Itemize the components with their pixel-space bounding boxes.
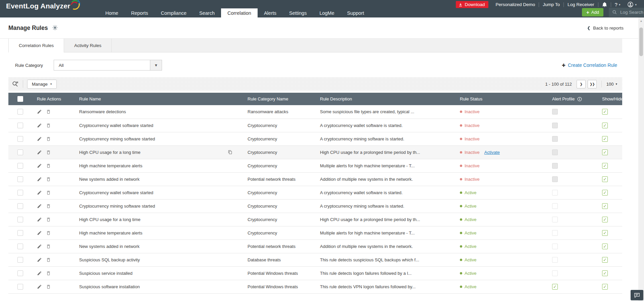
alert-profile-checkbox[interactable] — [552, 176, 558, 182]
edit-rule-icon[interactable] — [37, 230, 42, 235]
scroll-up-arrow[interactable]: ▲ — [638, 19, 644, 23]
row-select-checkbox[interactable] — [17, 257, 23, 263]
nav-item-reports[interactable]: Reports — [125, 8, 155, 17]
edit-rule-icon[interactable] — [37, 257, 42, 262]
edit-rule-icon[interactable] — [37, 244, 42, 249]
back-to-reports-button[interactable]: ❮ Back to reports — [579, 23, 628, 33]
alert-profile-checkbox[interactable] — [552, 257, 558, 263]
delete-rule-icon[interactable] — [46, 123, 51, 128]
show-hide-checkbox[interactable] — [602, 257, 608, 263]
alert-profile-checkbox[interactable] — [552, 163, 558, 169]
tab-correlation-rules[interactable]: Correlation Rules — [8, 39, 64, 52]
nav-item-correlation[interactable]: Correlation — [221, 8, 258, 17]
alert-profile-checkbox[interactable] — [552, 149, 558, 155]
search-rules-icon[interactable] — [12, 81, 19, 88]
edit-rule-icon[interactable] — [37, 163, 42, 168]
show-hide-checkbox[interactable] — [602, 176, 608, 182]
nav-item-search[interactable]: Search — [193, 8, 221, 17]
nav-item-home[interactable]: Home — [99, 8, 125, 17]
delete-rule-icon[interactable] — [46, 271, 51, 276]
log-search-box[interactable] — [609, 8, 644, 17]
edit-rule-icon[interactable] — [37, 271, 42, 276]
alert-profile-checkbox[interactable] — [552, 123, 558, 128]
alert-profile-checkbox[interactable] — [552, 284, 558, 290]
add-button[interactable]: + Add — [582, 8, 603, 16]
row-select-checkbox[interactable] — [17, 123, 23, 128]
edit-rule-icon[interactable] — [37, 123, 42, 128]
row-select-checkbox[interactable] — [17, 190, 23, 196]
info-icon[interactable] — [577, 97, 582, 101]
notifications-bell-icon[interactable] — [598, 2, 611, 7]
help-menu[interactable]: ? ▾ — [611, 2, 624, 7]
alert-profile-checkbox[interactable] — [552, 244, 558, 249]
show-hide-checkbox[interactable] — [602, 217, 608, 222]
show-hide-checkbox[interactable] — [602, 244, 608, 249]
alert-profile-checkbox[interactable] — [552, 270, 558, 276]
nav-item-logme[interactable]: LogMe — [313, 8, 340, 17]
user-account-menu[interactable]: ▾ — [624, 1, 640, 8]
row-select-checkbox[interactable] — [17, 244, 23, 249]
jump-to-link[interactable]: Jump To — [539, 2, 564, 7]
row-select-checkbox[interactable] — [17, 163, 23, 169]
next-page-button[interactable]: ❯ — [577, 80, 586, 88]
alert-profile-checkbox[interactable] — [552, 190, 558, 196]
app-logo[interactable]: EventLog Analyzer — [6, 2, 80, 10]
manage-dropdown-button[interactable]: Manage ▾ — [27, 80, 57, 89]
show-hide-checkbox[interactable] — [602, 136, 608, 142]
feedback-chat-button[interactable] — [631, 290, 643, 300]
alert-profile-checkbox[interactable] — [552, 203, 558, 209]
edit-rule-icon[interactable] — [37, 177, 42, 182]
alert-profile-checkbox[interactable] — [552, 136, 558, 142]
vertical-scrollbar[interactable]: ▲ — [638, 17, 644, 301]
nav-item-alerts[interactable]: Alerts — [258, 8, 283, 17]
show-hide-checkbox[interactable] — [602, 109, 608, 115]
delete-rule-icon[interactable] — [46, 244, 51, 249]
row-select-checkbox[interactable] — [17, 203, 23, 209]
row-select-checkbox[interactable] — [17, 230, 23, 236]
select-all-checkbox[interactable] — [17, 96, 23, 102]
show-hide-checkbox[interactable] — [602, 284, 608, 290]
row-select-checkbox[interactable] — [17, 217, 23, 222]
rule-category-select[interactable]: All ▼ — [54, 60, 162, 71]
show-hide-checkbox[interactable] — [602, 270, 608, 276]
row-select-checkbox[interactable] — [17, 284, 23, 290]
show-hide-checkbox[interactable] — [602, 230, 608, 236]
last-page-button[interactable]: ❯❯ — [588, 80, 597, 88]
download-button[interactable]: Download — [456, 1, 488, 8]
edit-rule-icon[interactable] — [37, 190, 42, 195]
delete-rule-icon[interactable] — [46, 204, 51, 209]
alert-profile-checkbox[interactable] — [552, 230, 558, 236]
edit-rule-icon[interactable] — [37, 109, 42, 114]
delete-rule-icon[interactable] — [46, 136, 51, 141]
personalized-demo-link[interactable]: Personalized Demo — [492, 2, 539, 7]
page-size-select[interactable]: 100 ▾ — [606, 82, 617, 87]
scrollbar-thumb[interactable] — [639, 28, 643, 56]
activate-link[interactable]: Activate — [484, 150, 500, 155]
row-select-checkbox[interactable] — [17, 149, 23, 155]
lightbulb-icon[interactable] — [52, 25, 58, 31]
log-search-input[interactable] — [620, 10, 644, 15]
row-select-checkbox[interactable] — [17, 270, 23, 276]
delete-rule-icon[interactable] — [46, 163, 51, 168]
copy-rule-icon[interactable] — [228, 150, 232, 155]
show-hide-checkbox[interactable] — [602, 203, 608, 209]
delete-rule-icon[interactable] — [46, 284, 51, 289]
nav-item-support[interactable]: Support — [341, 8, 371, 17]
delete-rule-icon[interactable] — [46, 150, 51, 155]
row-select-checkbox[interactable] — [17, 109, 23, 115]
row-select-checkbox[interactable] — [17, 136, 23, 142]
delete-rule-icon[interactable] — [46, 190, 51, 195]
show-hide-checkbox[interactable] — [602, 190, 608, 196]
row-select-checkbox[interactable] — [17, 176, 23, 182]
log-receiver-link[interactable]: Log Receiver — [564, 2, 598, 7]
edit-rule-icon[interactable] — [37, 150, 42, 155]
delete-rule-icon[interactable] — [46, 217, 51, 222]
edit-rule-icon[interactable] — [37, 204, 42, 209]
show-hide-checkbox[interactable] — [602, 163, 608, 169]
edit-rule-icon[interactable] — [37, 136, 42, 141]
edit-rule-icon[interactable] — [37, 284, 42, 289]
delete-rule-icon[interactable] — [46, 109, 51, 114]
alert-profile-checkbox[interactable] — [552, 217, 558, 222]
delete-rule-icon[interactable] — [46, 257, 51, 262]
nav-item-settings[interactable]: Settings — [283, 8, 313, 17]
